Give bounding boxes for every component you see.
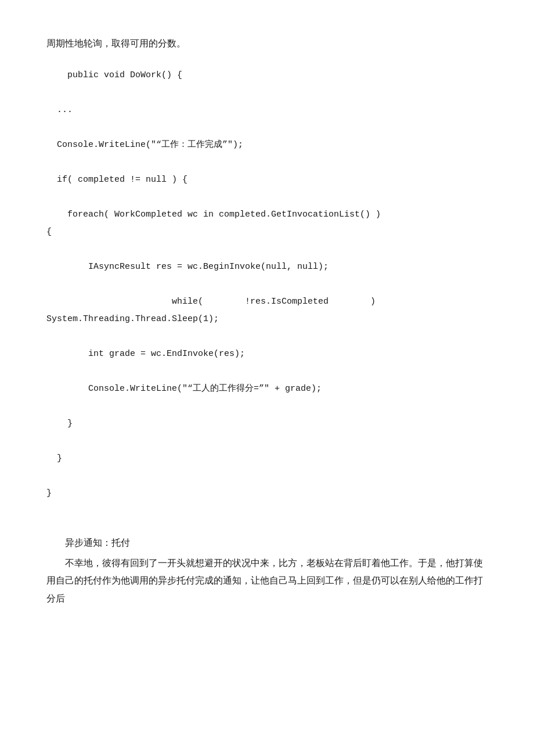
code-line-19: Console.WriteLine("“工人的工作得分=”" + grade); — [46, 380, 488, 398]
code-line-10: { — [46, 224, 488, 241]
code-line-8 — [46, 189, 488, 206]
code-line-17: int grade = wc.EndInvoke(res); — [46, 345, 488, 363]
code-line-15: System.Threading.Thread.Sleep(1); — [46, 311, 488, 328]
paragraph-1: 不幸地，彼得有回到了一开头就想避开的状况中来，比方，老板站在背后盯着他工作。于是… — [46, 555, 488, 607]
code-line-11 — [46, 241, 488, 258]
section-heading: 异步通知：托付 — [46, 534, 488, 552]
code-line-1: public void DoWork() { — [46, 67, 488, 84]
code-line-24 — [46, 467, 488, 485]
code-line-4 — [46, 119, 488, 136]
code-line-25: } — [46, 485, 488, 502]
code-line-22 — [46, 433, 488, 450]
code-line-12: IAsyncResult res = wc.BeginInvoke(null, … — [46, 258, 488, 276]
code-line-18 — [46, 363, 488, 380]
page-content: 周期性地轮询，取得可用的分数。 public void DoWork() { .… — [46, 35, 488, 607]
code-line-2 — [46, 84, 488, 102]
code-line-23: } — [46, 450, 488, 467]
code-line-6 — [46, 154, 488, 171]
code-line-3: ... — [46, 102, 488, 119]
code-line-20 — [46, 398, 488, 415]
code-line-16 — [46, 328, 488, 345]
code-line-13 — [46, 276, 488, 293]
code-block: public void DoWork() { ... Console.Write… — [46, 67, 488, 502]
code-line-14: while( !res.IsCompleted ) — [46, 293, 488, 311]
code-line-5: Console.WriteLine("“工作：工作完成”"); — [46, 136, 488, 154]
code-line-9: foreach( WorkCompleted wc in completed.G… — [46, 206, 488, 224]
code-line-21: } — [46, 415, 488, 433]
intro-text: 周期性地轮询，取得可用的分数。 — [46, 35, 488, 52]
code-line-7: if( completed != null ) { — [46, 171, 488, 189]
